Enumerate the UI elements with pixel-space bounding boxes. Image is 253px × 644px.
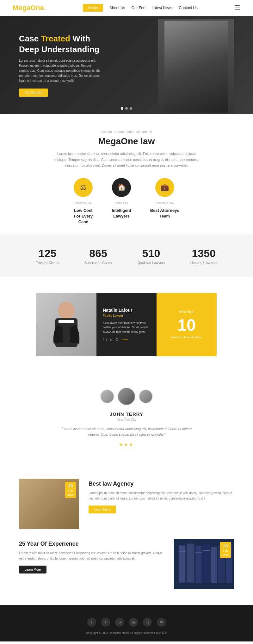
testimonial-avatars	[19, 388, 234, 405]
nav-home[interactable]: Home	[83, 4, 103, 12]
footer-social-gplus[interactable]: g+	[115, 618, 124, 627]
svg-rect-8	[195, 546, 202, 583]
footer: f t g+ in IG ✉ Copyright © 2022 Company …	[0, 605, 253, 641]
team-number-card: We're Best 10 Meet Our Friendly Team	[157, 293, 217, 356]
team-photo-svg	[47, 296, 85, 353]
hero-dots	[121, 107, 132, 110]
team-member-name: Natalie Lafour	[103, 308, 150, 313]
blog-btn-2[interactable]: Learn More	[19, 566, 46, 573]
svg-rect-7	[187, 544, 194, 582]
footer-social-email[interactable]: ✉	[157, 618, 166, 627]
nav-contact[interactable]: Contact Us	[179, 6, 198, 10]
footer-social-twitter[interactable]: t	[101, 618, 110, 627]
hero-dot-2[interactable]	[125, 107, 128, 110]
team-photo-card	[36, 293, 96, 356]
stat-label-3: Qualified Lawyers	[137, 261, 165, 265]
hero-dot-3[interactable]	[130, 107, 132, 110]
hero-title-case: Case	[19, 34, 41, 43]
feature-label-small-3: Corporate Law	[155, 201, 174, 205]
social-twitter[interactable]: t	[106, 338, 107, 341]
footer-social-linkedin[interactable]: in	[129, 618, 138, 627]
feature-label-small-2: Home Law	[114, 201, 128, 205]
testimonial-avatar-3[interactable]	[139, 389, 153, 403]
blog-image-1: 29 Feb 2020	[19, 479, 79, 529]
nav-about[interactable]: About Us	[109, 6, 125, 10]
stat-label-4: Honors & Awards	[190, 261, 217, 265]
nav-news[interactable]: Latest News	[152, 6, 173, 10]
feature-label-main-1: Low CostFor EveryCase	[74, 208, 93, 225]
meet-team-label: Meet Our Friendly Team	[171, 336, 202, 339]
hero-cta-button[interactable]: Get Started	[19, 89, 48, 97]
footer-copyright-text: Copyright © 2022 Company Name All Rights…	[86, 631, 155, 635]
social-instagram[interactable]: IG	[114, 338, 118, 341]
footer-social-instagram[interactable]: IG	[143, 618, 152, 627]
feature-corporate-law: 💼 Corporate Law Best AttorneysTeam	[150, 178, 179, 225]
hero-description: Lorem ipsum dolor sit amet, consectetur …	[19, 58, 101, 83]
hero-title-highlight: Treated	[41, 34, 70, 43]
team-cards: Natalie Lafour Family Lawyer Keep away f…	[19, 293, 234, 356]
avatar-inner-3	[139, 390, 152, 403]
testimonial-avatar-1[interactable]	[100, 389, 114, 403]
social-linkedin[interactable]: in	[110, 338, 112, 341]
feature-business-law: ⚖ Business Law Low CostFor EveryCase	[74, 178, 93, 225]
svg-rect-5	[179, 546, 185, 582]
blog-section: 29 Feb 2020 Best law Agency Lorem ipsum …	[0, 463, 253, 605]
hero-content: Case Treated With Deep Understanding Lor…	[0, 34, 120, 97]
testimonials-section: JOHN TERRY New York City "Lorem ipsum do…	[0, 372, 253, 463]
stat-trusted-clients: 125 Trusted Clients	[36, 247, 59, 265]
blog-btn-1[interactable]: Learn More	[89, 506, 116, 513]
megaone-subtitle: Lorem ipsum dolor sit am et	[19, 130, 234, 134]
hamburger-icon[interactable]: ☰	[235, 4, 240, 12]
nav-links: Home About Us Our Fee Latest News Contac…	[83, 4, 198, 12]
blog-day-1: 29	[67, 483, 74, 489]
we-are-best-label: We're Best	[179, 310, 194, 314]
logo: MegaOne.	[13, 4, 46, 12]
blog-month-2: Feb	[223, 549, 228, 552]
blog-desc-1: Lorem ipsum dolor sit amet, consectetur …	[89, 490, 234, 501]
logo-text-part1: Mega	[13, 4, 30, 12]
footer-icp: 网站备案	[156, 631, 167, 635]
megaone-title: MegaOne law	[19, 136, 234, 146]
feature-label-small-1: Business Law	[75, 201, 92, 205]
social-facebook[interactable]: f	[103, 338, 104, 341]
hero-section: Case Treated With Deep Understanding Lor…	[0, 16, 253, 114]
navbar: MegaOne. Home About Us Our Fee Latest Ne…	[0, 0, 253, 16]
blog-content-1: Best law Agency Lorem ipsum dolor sit am…	[89, 479, 234, 513]
stat-number-4: 1350	[190, 247, 217, 260]
footer-social-facebook[interactable]: f	[87, 618, 96, 627]
nav-fee[interactable]: Our Fee	[132, 6, 145, 10]
feature-icon-briefcase: 💼	[155, 178, 174, 197]
svg-rect-15	[195, 552, 202, 553]
blog-desc-2: Lorem ipsum dolor sit amet, consectetur …	[19, 550, 164, 561]
footer-social: f t g+ in IG ✉	[19, 618, 234, 627]
blog-row-2: 25 Year Of Experience Lorem ipsum dolor …	[19, 539, 234, 589]
hero-dot-1[interactable]	[121, 107, 123, 110]
svg-rect-10	[211, 547, 217, 583]
hero-title: Case Treated With Deep Understanding	[19, 34, 101, 55]
team-member-quote: Keep away from people who try to belittl…	[103, 321, 150, 334]
stat-number-1: 125	[36, 247, 59, 260]
stat-successful-cases: 865 Successful Cases	[84, 247, 112, 265]
megaone-desc: Lorem ipsum dolor sit amet, consectetur …	[51, 151, 202, 169]
blog-day-2: 20	[222, 543, 229, 549]
feature-icon-home: 🏠	[112, 178, 131, 197]
blog-title-1: Best law Agency	[89, 481, 234, 487]
hero-title-with: With	[72, 34, 90, 43]
blog-date-badge-1: 29 Feb 2020	[65, 482, 76, 498]
svg-rect-14	[187, 551, 194, 551]
svg-point-0	[58, 302, 75, 319]
avatar-inner-1	[101, 390, 114, 403]
svg-rect-13	[179, 551, 186, 552]
stat-label-2: Successful Cases	[84, 261, 112, 265]
blog-month-1: Feb	[68, 489, 73, 492]
team-section: Natalie Lafour Family Lawyer Keep away f…	[0, 277, 253, 372]
stat-label-1: Trusted Clients	[36, 261, 59, 265]
blog-year-2: 2020	[222, 553, 229, 556]
hero-figure	[158, 19, 234, 114]
blog-title-2: 25 Year Of Experience	[19, 541, 164, 547]
svg-rect-16	[203, 550, 210, 551]
testimonial-avatar-active[interactable]	[118, 388, 135, 405]
stat-number-3: 510	[137, 247, 165, 260]
feature-label-main-2: IntelligentLawyers	[112, 208, 131, 219]
feature-label-main-3: Best AttorneysTeam	[150, 208, 179, 219]
